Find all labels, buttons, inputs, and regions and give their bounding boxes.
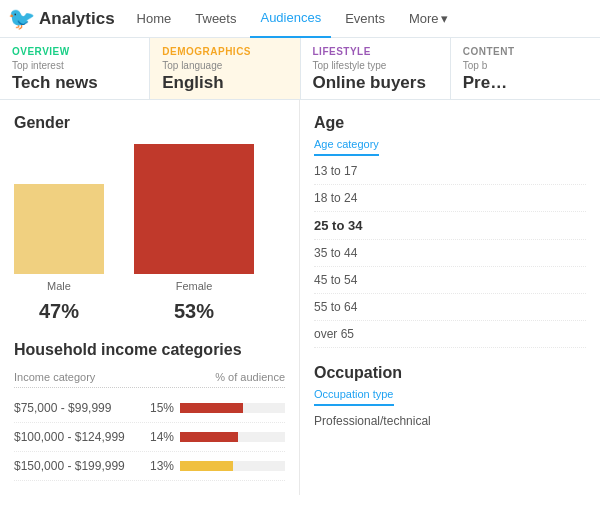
chevron-down-icon: ▾: [441, 11, 448, 26]
age-label-5: 55 to 64: [314, 300, 357, 314]
nav-tweets[interactable]: Tweets: [185, 0, 246, 38]
income-right-3: 13%: [144, 459, 285, 473]
income-title: Household income categories: [14, 341, 285, 359]
tab-demographics[interactable]: DEMOGRAPHICS Top language English: [150, 38, 300, 99]
tabs-row: OVERVIEW Top interest Tech news DEMOGRAP…: [0, 38, 600, 100]
right-panel: Age Age category 13 to 17 18 to 24 25 to…: [300, 100, 600, 495]
income-pct-2: 14%: [144, 430, 174, 444]
age-label-1: 18 to 24: [314, 191, 357, 205]
income-row-2: $100,000 - $124,999 14%: [14, 423, 285, 452]
income-col-label: Income category: [14, 371, 95, 383]
income-header: Income category % of audience: [14, 371, 285, 388]
income-col-pct: % of audience: [215, 371, 285, 383]
tab-lifestyle-value: Online buyers: [313, 73, 438, 93]
tab-content-sublabel: Top b: [463, 60, 588, 71]
gender-chart: Male 47% Female 53%: [14, 144, 285, 323]
age-title: Age: [314, 114, 586, 132]
gender-male-pct: 47%: [39, 300, 79, 323]
occupation-section: Occupation Occupation type Professional/…: [314, 364, 586, 434]
age-row-1: 18 to 24: [314, 185, 586, 212]
occupation-row-0: Professional/technical: [314, 408, 586, 434]
main-content: Gender Male 47% Female 53% Household inc…: [0, 100, 600, 495]
tab-lifestyle-sublabel: Top lifestyle type: [313, 60, 438, 71]
nav-home[interactable]: Home: [127, 0, 182, 38]
logo: 🐦 Analytics: [8, 6, 115, 32]
income-row-1: $75,000 - $99,999 15%: [14, 394, 285, 423]
income-right-1: 15%: [144, 401, 285, 415]
age-label-2: 25 to 34: [314, 218, 362, 233]
age-row-6: over 65: [314, 321, 586, 348]
income-pct-1: 15%: [144, 401, 174, 415]
age-label-0: 13 to 17: [314, 164, 357, 178]
age-sublabel: Age category: [314, 138, 379, 156]
gender-female-pct: 53%: [174, 300, 214, 323]
age-label-3: 35 to 44: [314, 246, 357, 260]
income-bar-bg-2: [180, 432, 285, 442]
income-pct-3: 13%: [144, 459, 174, 473]
occupation-sublabel: Occupation type: [314, 388, 394, 406]
gender-section: Gender Male 47% Female 53%: [14, 114, 285, 323]
income-bar-fill-1: [180, 403, 243, 413]
tab-overview-sublabel: Top interest: [12, 60, 137, 71]
gender-male-bar: [14, 184, 104, 274]
tab-overview-label: OVERVIEW: [12, 46, 137, 57]
gender-female: Female 53%: [134, 144, 254, 323]
gender-male-label: Male: [47, 280, 71, 292]
navbar: 🐦 Analytics Home Tweets Audiences Events…: [0, 0, 600, 38]
age-row-4: 45 to 54: [314, 267, 586, 294]
gender-female-bar: [134, 144, 254, 274]
age-row-3: 35 to 44: [314, 240, 586, 267]
left-panel: Gender Male 47% Female 53% Household inc…: [0, 100, 300, 495]
gender-male: Male 47%: [14, 184, 104, 323]
nav-events[interactable]: Events: [335, 0, 395, 38]
nav-audiences[interactable]: Audiences: [250, 0, 331, 38]
gender-title: Gender: [14, 114, 285, 132]
tab-content[interactable]: CONTENT Top b Pre…: [451, 38, 600, 99]
tab-overview-value: Tech news: [12, 73, 137, 93]
tab-demographics-label: DEMOGRAPHICS: [162, 46, 287, 57]
age-row-5: 55 to 64: [314, 294, 586, 321]
age-label-4: 45 to 54: [314, 273, 357, 287]
gender-female-label: Female: [176, 280, 213, 292]
tab-lifestyle[interactable]: LIFESTYLE Top lifestyle type Online buye…: [301, 38, 451, 99]
occupation-label-0: Professional/technical: [314, 414, 431, 428]
tab-lifestyle-label: LIFESTYLE: [313, 46, 438, 57]
income-section: Household income categories Income categ…: [14, 341, 285, 481]
age-row-2: 25 to 34: [314, 212, 586, 240]
income-bar-fill-2: [180, 432, 238, 442]
tab-overview[interactable]: OVERVIEW Top interest Tech news: [0, 38, 150, 99]
twitter-bird-icon: 🐦: [8, 6, 35, 32]
occupation-title: Occupation: [314, 364, 586, 382]
income-label-1: $75,000 - $99,999: [14, 401, 144, 415]
age-section: Age Age category 13 to 17 18 to 24 25 to…: [314, 114, 586, 348]
tab-demographics-sublabel: Top language: [162, 60, 287, 71]
income-right-2: 14%: [144, 430, 285, 444]
income-bar-fill-3: [180, 461, 233, 471]
income-label-3: $150,000 - $199,999: [14, 459, 144, 473]
tab-demographics-value: English: [162, 73, 287, 93]
income-label-2: $100,000 - $124,999: [14, 430, 144, 444]
tab-content-label: CONTENT: [463, 46, 588, 57]
tab-content-value: Pre…: [463, 73, 588, 93]
nav-more[interactable]: More ▾: [399, 0, 458, 38]
income-bar-bg-3: [180, 461, 285, 471]
income-row-3: $150,000 - $199,999 13%: [14, 452, 285, 481]
age-label-6: over 65: [314, 327, 354, 341]
age-row-0: 13 to 17: [314, 158, 586, 185]
income-bar-bg-1: [180, 403, 285, 413]
app-title: Analytics: [39, 9, 115, 29]
